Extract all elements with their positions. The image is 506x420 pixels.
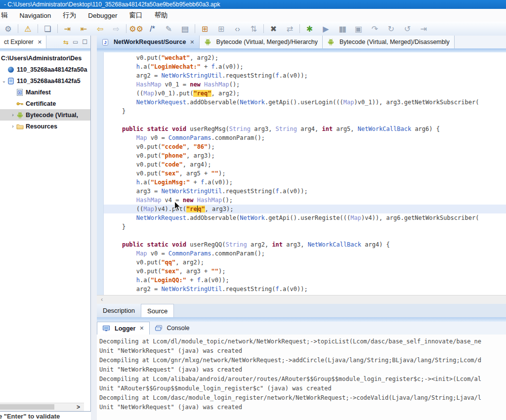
code-line-12[interactable]: v0.put("code", arg4); <box>104 160 506 169</box>
link-editor-icon[interactable]: ⇆ <box>63 39 69 46</box>
close-icon[interactable]: ✕ <box>190 39 194 45</box>
code-line-2[interactable]: arg2 = NetWorkStringUtil.requestString(f… <box>104 71 506 80</box>
editor-view-tab-source[interactable]: Source <box>141 304 174 317</box>
debug-bug-icon[interactable]: ✱ <box>301 22 318 36</box>
stop-icon[interactable]: ▣ <box>350 22 367 36</box>
back-icon[interactable]: ⇦ <box>92 22 108 36</box>
insert-block-icon[interactable]: ⇤ <box>76 22 92 36</box>
code-line-0[interactable]: v0.put("wechat", arg2); <box>104 53 506 62</box>
tree-item-resources[interactable]: ›Resources <box>0 121 90 132</box>
maximize-icon[interactable]: ☐ <box>82 39 87 45</box>
project-explorer-tab[interactable]: ct Explorer ✕ <box>0 36 46 48</box>
code-line-17[interactable]: ((Map)v4).put("req", arg3); <box>104 205 506 213</box>
editor-tab-2[interactable]: Bytecode (Virtual, Merged)/Disassembly <box>323 36 455 48</box>
code-line-1[interactable]: h.a("LoginWechat:" + f.a(v0)); <box>104 62 506 71</box>
code-line-3[interactable]: HashMap v0_1 = new HashMap(); <box>104 80 506 89</box>
code-line-16[interactable]: HashMap v4 = new HashMap(); <box>104 196 506 205</box>
code-line-13[interactable]: v0.put("sex", arg5 + ""); <box>104 169 506 178</box>
code-line-18[interactable]: NetWorkRequest.addObservable(NetWork.get… <box>104 213 506 222</box>
code-line-5[interactable]: NetWorkRequest.addObservable(NetWork.get… <box>104 98 506 107</box>
scroll-left-arrow-icon[interactable]: ‹ <box>101 295 103 303</box>
document-refactor-icon[interactable]: ▤ <box>177 22 193 36</box>
expand-arrow-icon[interactable]: › <box>10 112 16 118</box>
project-explorer-header: ct Explorer ✕ ⇆ ▭ ☐ <box>0 36 90 49</box>
delete-icon[interactable]: ✖ <box>265 22 282 36</box>
menu-item-2[interactable]: 行为 <box>57 11 82 20</box>
title-bar[interactable]: - C:\Users\Administrator\Desktop\110_352… <box>0 0 506 9</box>
svg-text:X: X <box>19 90 21 94</box>
console-tab-logger[interactable]: Logger✕ <box>97 322 150 335</box>
code-line-26[interactable]: arg2 = NetWorkStringUtil.requestString(f… <box>104 285 506 294</box>
editor-tab-0[interactable]: JNetWorkRequest/Source✕ <box>97 36 200 48</box>
grid-icon[interactable]: ⊞ <box>213 22 229 36</box>
code-line-10[interactable]: v0.put("ccode", "86"); <box>104 142 506 151</box>
java-file-icon: J <box>101 39 109 45</box>
code-line-15[interactable]: arg3 = NetWorkStringUtil.requestString(f… <box>104 187 506 196</box>
tree-item-bytecode-virtual-[interactable]: ›Bytecode (Virtual, <box>0 109 90 121</box>
tree-item-110-35268aa48142fa50a[interactable]: 110_35268aa48142fa50a <box>0 64 90 75</box>
collapse-arrow-icon[interactable]: ⌄ <box>1 78 7 84</box>
menu-item-5[interactable]: 帮助 <box>149 11 174 20</box>
console-tab-console[interactable]: Console <box>150 322 195 335</box>
code-line-21[interactable]: public static void userRegQQ(String arg2… <box>104 240 506 249</box>
menu-item-0[interactable]: 辑 <box>0 11 14 20</box>
detach-icon[interactable]: ⇥ <box>416 22 432 36</box>
forward-icon[interactable]: ⇨ <box>108 22 125 36</box>
code-tags-icon[interactable]: ‹› <box>229 22 246 36</box>
minimize-icon[interactable]: ▭ <box>73 39 78 45</box>
close-icon[interactable]: ✕ <box>38 39 42 45</box>
code-line-14[interactable]: h.a("LoginMsg:" + f.a(v0)); <box>104 178 506 187</box>
panel-splitter[interactable] <box>91 36 97 420</box>
code-line-20[interactable] <box>104 231 506 240</box>
tree-item-certificate[interactable]: Certificate <box>0 98 90 109</box>
pause-icon[interactable]: ▮▮ <box>334 22 350 36</box>
menu-item-1[interactable]: Navigation <box>14 12 57 19</box>
project-explorer-title: ct Explorer <box>4 39 34 45</box>
scrollbar-thumb[interactable] <box>0 404 54 410</box>
toolbar-separator <box>263 24 264 33</box>
tree-item-c-users-administrator-de[interactable]: C:\Users\Administrator\Des <box>0 52 90 64</box>
editor-horizontal-scrollbar[interactable]: ‹ <box>97 295 506 304</box>
resume-icon[interactable]: ▶ <box>318 22 334 36</box>
code-line-23[interactable]: v0.put("qq", arg2); <box>104 258 506 267</box>
grid-active-icon[interactable]: ⊞ <box>197 22 213 36</box>
close-icon[interactable]: ✕ <box>139 325 144 332</box>
horizontal-splitter[interactable] <box>97 317 506 322</box>
warning-icon[interactable]: ⚠ <box>20 22 36 36</box>
tree-item-manifest[interactable]: XManifest <box>0 86 90 98</box>
menu-item-3[interactable]: Debugger <box>82 12 123 19</box>
code-line-4[interactable]: ((Map)v0_1).put("req", arg2); <box>104 89 506 98</box>
hierarchy-icon[interactable]: ⇅ <box>246 22 262 36</box>
logger-output[interactable]: Decompiling at Lcom/dl/module_topic/netw… <box>97 335 506 420</box>
code-line-8[interactable]: public static void userRegMsg(String arg… <box>104 125 506 133</box>
new-window-icon[interactable]: ❏ <box>40 22 56 36</box>
explorer-horizontal-scrollbar[interactable]: > <box>0 403 84 411</box>
code-line-7[interactable] <box>104 116 506 125</box>
expand-arrow-icon[interactable]: › <box>10 124 16 129</box>
menu-item-4[interactable]: 窗口 <box>124 11 149 20</box>
comment-icon[interactable]: /* <box>144 22 161 36</box>
tree-item-label: C:\Users\Administrator\Des <box>1 55 82 62</box>
toolbar: ⚙⚠❏⇥⇤⇦⇨⚙⚙/*✎▤⊞⊞‹›⇅✖⇄✱▶▮▮▣↷↻↺⇥ <box>0 22 506 36</box>
code-line-11[interactable]: v0.put("phone", arg3); <box>104 151 506 160</box>
tree-item-110-35268aa48142fa5[interactable]: ⌄110_35268aa48142fa5 <box>0 75 90 86</box>
step-over-icon[interactable]: ↻ <box>383 22 399 36</box>
code-line-9[interactable]: Map v0 = CommonParams.commonParam(); <box>104 133 506 142</box>
wrench-icon[interactable]: ⚙ <box>0 22 16 36</box>
step-into-icon[interactable]: ↷ <box>367 22 383 36</box>
code-line-6[interactable]: } <box>104 107 506 116</box>
scroll-right-arrow-icon[interactable]: > <box>77 403 80 411</box>
editor-tab-1[interactable]: Bytecode (Virtual, Merged)/Hierarchy <box>200 36 323 48</box>
step-return-icon[interactable]: ↺ <box>399 22 416 36</box>
log-line-2: Decompiling at Lcom/gnr/mlxg/network/Net… <box>99 356 506 365</box>
pencil-icon[interactable]: ✎ <box>161 22 177 36</box>
insert-cursor-icon[interactable]: ⇥ <box>59 22 76 36</box>
code-line-22[interactable]: Map v0 = CommonParams.commonParam(); <box>104 249 506 258</box>
code-line-24[interactable]: v0.put("sex", arg3 + ""); <box>104 267 506 276</box>
editor-view-tab-description[interactable]: Description <box>97 304 141 317</box>
code-line-25[interactable]: h.a("LoginQQ:" + f.a(v0)); <box>104 276 506 285</box>
code-line-19[interactable]: } <box>104 222 506 231</box>
refresh-icon[interactable]: ⇄ <box>282 22 298 36</box>
gears-icon[interactable]: ⚙⚙ <box>128 22 144 36</box>
source-code-editor[interactable]: v0.put("wechat", arg2); h.a("LoginWechat… <box>97 52 506 295</box>
